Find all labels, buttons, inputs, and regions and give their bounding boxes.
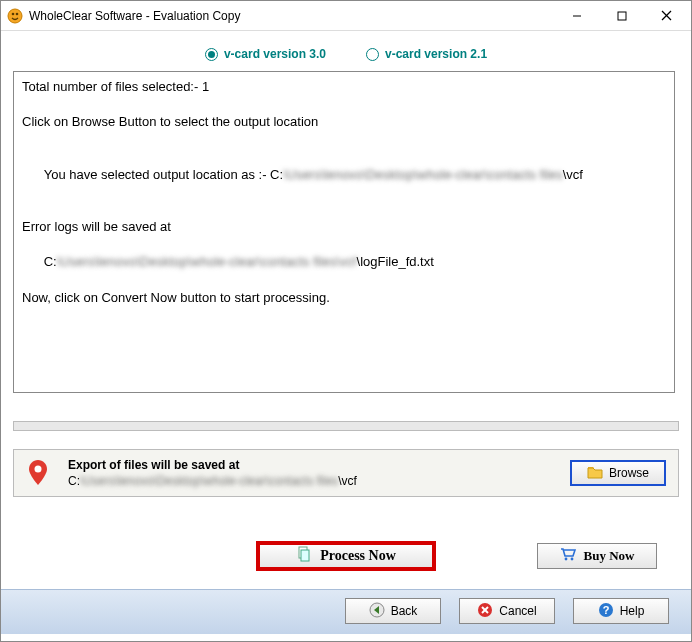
close-button[interactable] — [644, 2, 689, 30]
svg-point-10 — [564, 558, 567, 561]
radio-label: v-card version 3.0 — [224, 47, 326, 61]
footer-bar: Back Cancel ? Help — [1, 589, 691, 634]
log-line: Now, click on Convert Now button to star… — [22, 289, 666, 307]
window-title: WholeClear Software - Evaluation Copy — [29, 9, 554, 23]
export-heading: Export of files will be saved at — [68, 458, 552, 472]
radio-vcard-3-0[interactable]: v-card version 3.0 — [205, 47, 326, 61]
help-icon: ? — [598, 602, 614, 621]
browse-button[interactable]: Browse — [570, 460, 666, 486]
svg-point-7 — [35, 466, 42, 473]
process-now-button[interactable]: Process Now — [256, 541, 436, 571]
svg-point-1 — [12, 12, 15, 15]
help-button[interactable]: ? Help — [573, 598, 669, 624]
radio-label: v-card version 2.1 — [385, 47, 487, 61]
app-icon — [7, 8, 23, 24]
back-label: Back — [391, 604, 418, 618]
maximize-button[interactable] — [599, 2, 644, 30]
log-line: Error logs will be saved at — [22, 218, 666, 236]
export-path: C:\Users\lenovo\Desktop\whole-clear\cont… — [68, 474, 552, 488]
help-label: Help — [620, 604, 645, 618]
titlebar: WholeClear Software - Evaluation Copy — [1, 1, 691, 31]
export-panel: Export of files will be saved at C:\User… — [13, 449, 679, 497]
log-output: Total number of files selected:- 1 Click… — [13, 71, 675, 393]
svg-point-0 — [8, 9, 22, 23]
radio-icon — [366, 48, 379, 61]
document-icon — [296, 546, 312, 566]
buy-now-button[interactable]: Buy Now — [537, 543, 657, 569]
log-line: You have selected output location as :- … — [22, 148, 666, 201]
back-button[interactable]: Back — [345, 598, 441, 624]
svg-point-11 — [570, 558, 573, 561]
folder-icon — [587, 465, 603, 482]
radio-vcard-2-1[interactable]: v-card version 2.1 — [366, 47, 487, 61]
cart-icon — [560, 547, 576, 565]
progress-bar — [13, 421, 679, 431]
svg-point-2 — [16, 12, 19, 15]
back-arrow-icon — [369, 602, 385, 621]
minimize-button[interactable] — [554, 2, 599, 30]
log-line: Total number of files selected:- 1 — [22, 78, 666, 96]
buy-label: Buy Now — [584, 548, 635, 564]
log-line: Click on Browse Button to select the out… — [22, 113, 666, 131]
cancel-icon — [477, 602, 493, 621]
version-selector: v-card version 3.0 v-card version 2.1 — [13, 39, 679, 71]
process-label: Process Now — [320, 548, 396, 564]
cancel-button[interactable]: Cancel — [459, 598, 555, 624]
location-pin-icon — [26, 460, 50, 486]
cancel-label: Cancel — [499, 604, 536, 618]
browse-label: Browse — [609, 466, 649, 480]
log-line: C:\Users\lenovo\Desktop\whole-clear\cont… — [22, 236, 666, 289]
svg-text:?: ? — [602, 604, 609, 616]
svg-rect-9 — [301, 550, 309, 561]
radio-icon — [205, 48, 218, 61]
svg-rect-4 — [618, 12, 626, 20]
